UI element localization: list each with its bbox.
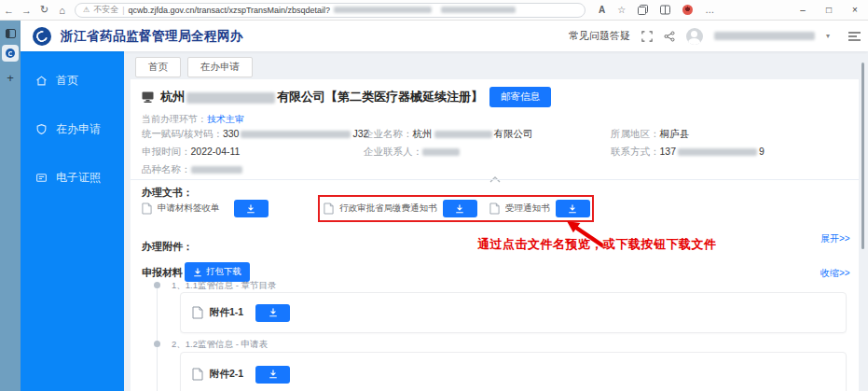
tab-home[interactable]: 首页 — [135, 57, 181, 77]
expand-link[interactable]: 展开>> — [820, 232, 850, 245]
field-region: 所属地区：桐庐县 — [611, 128, 689, 141]
field-unified-code: 统一赋码/核对码：330J32 — [142, 128, 368, 141]
download-button[interactable] — [234, 200, 269, 217]
breadcrumb-tabs: 首页 在办申请 — [135, 57, 253, 77]
sidebar-item-label: 在办申请 — [56, 121, 101, 137]
document-item-payment-notice: 行政审批省局缴费通知书 — [324, 200, 477, 217]
page-menu-icon[interactable] — [848, 32, 861, 41]
monitor-icon — [142, 91, 154, 103]
download-button[interactable] — [556, 200, 590, 217]
attachment-file-name[interactable]: 附件1-1 — [210, 306, 243, 319]
application-title: 杭州有限公司【第二类医疗器械延续注册】 — [160, 89, 483, 105]
browser-vertical-tabbar: + — [0, 21, 21, 391]
attachments-section-label: 办理附件： — [142, 240, 193, 254]
sidebar-item-licenses[interactable]: 电子证照 — [21, 163, 124, 191]
field-apply-date: 申报时间：2022-04-11 — [142, 146, 240, 159]
maximize-button[interactable]: □ — [816, 5, 842, 15]
download-icon — [568, 204, 577, 214]
scrollbar-thumb[interactable] — [861, 63, 864, 249]
material-item-title: 2、1.2监管信息 - 申请表 — [172, 339, 268, 351]
file-icon — [192, 306, 203, 319]
url-divider: | — [122, 6, 124, 15]
tab-panel-icon[interactable] — [0, 25, 21, 42]
document-item-acceptance-notice: 受理通知书 — [489, 200, 590, 217]
browser-toolbar: ← → ↻ ⌂ ⚠ 不安全 | qcwb.zjfda.gov.cn/transa… — [0, 0, 868, 21]
user-avatar[interactable] — [686, 28, 703, 45]
shield-icon — [35, 123, 48, 135]
tab-in-progress[interactable]: 在办申请 — [187, 57, 253, 77]
application-detail-card: 杭州有限公司【第二类医疗器械延续注册】 邮寄信息 当前办理环节：技术主审 统一赋… — [131, 79, 859, 391]
timeline-dot — [154, 341, 160, 347]
collapse-chevron-icon[interactable] — [489, 170, 501, 187]
download-icon — [193, 268, 202, 277]
sidebar-item-applications[interactable]: 在办申请 — [21, 115, 124, 143]
sidebar-item-home[interactable]: 首页 — [21, 66, 124, 94]
collections-icon[interactable] — [638, 5, 648, 15]
close-button[interactable]: × — [842, 5, 868, 15]
field-contact-person: 企业联系人： — [364, 146, 460, 159]
field-product-name: 品种名称： — [142, 163, 242, 176]
mail-info-button[interactable]: 邮寄信息 — [489, 87, 551, 107]
download-button[interactable] — [443, 200, 477, 217]
attachment-file-name[interactable]: 附件2-1 — [210, 368, 243, 381]
file-icon — [489, 202, 500, 215]
download-icon — [269, 308, 278, 317]
current-step-label: 当前办理环节： — [142, 114, 207, 124]
download-icon — [246, 204, 255, 214]
timeline-line — [157, 286, 158, 391]
username-redacted — [714, 32, 815, 40]
material-item-title: 1、1.1监管信息 - 章节目录 — [172, 280, 276, 292]
package-download-button[interactable]: 打包下载 — [185, 262, 250, 282]
timeline-dot — [154, 282, 160, 288]
page-url: qcwb.zjfda.gov.cn/transact/xzspTransMain… — [129, 6, 331, 15]
field-company-name: 企业名称：杭州有限公司 — [364, 128, 533, 141]
forward-icon[interactable]: → — [18, 5, 35, 16]
current-step: 当前办理环节：技术主审 — [142, 113, 244, 126]
site-title: 浙江省药品监督管理局全程网办 — [61, 28, 243, 45]
app-sidebar: 首页 在办申请 电子证照 — [21, 51, 124, 391]
content-area: 首页 在办申请 杭州有限公司【第二类医疗器械延续注册】 邮寄信息 当前办理环节：… — [124, 51, 868, 391]
faq-link[interactable]: 常见问题答疑 — [569, 29, 630, 43]
address-bar[interactable]: ⚠ 不安全 | qcwb.zjfda.gov.cn/transact/xzspT… — [75, 3, 586, 18]
download-button[interactable] — [255, 366, 290, 384]
field-contact-phone: 联系方式：1379 — [611, 146, 765, 159]
refresh-icon[interactable]: ↻ — [35, 4, 53, 16]
sidebar-item-label: 首页 — [56, 73, 78, 89]
site-header: 浙江省药品监督管理局全程网办 常见问题答疑 ▾ — [21, 21, 868, 51]
browser-profile-icon[interactable] — [682, 5, 693, 15]
sidebar-item-label: 电子证照 — [56, 170, 101, 186]
current-step-value[interactable]: 技术主审 — [207, 114, 244, 124]
document-name[interactable]: 申请材料签收单 — [158, 202, 220, 215]
read-aloud-icon[interactable]: A — [599, 5, 605, 15]
url-redacted — [334, 7, 432, 13]
back-icon[interactable]: ← — [0, 5, 18, 16]
favorites-icon[interactable]: ☆ — [617, 5, 626, 15]
more-menu-icon[interactable]: … — [705, 5, 714, 15]
home-icon — [35, 75, 48, 87]
download-button[interactable] — [255, 304, 290, 322]
file-icon — [192, 368, 203, 381]
fullscreen-icon[interactable] — [641, 31, 653, 42]
attachment-card: 附件2-1 — [180, 352, 847, 391]
collapse-link[interactable]: 收缩>> — [820, 267, 850, 280]
document-name[interactable]: 行政审批省局缴费通知书 — [339, 202, 437, 215]
download-icon — [269, 370, 278, 379]
user-caret-down-icon[interactable]: ▾ — [826, 32, 830, 40]
annotation-text: 通过点击文件名预览，或下载按钮下载文件 — [477, 236, 717, 253]
document-item-receipt: 申请材料签收单 — [142, 200, 269, 217]
active-tab-favicon[interactable] — [2, 45, 19, 62]
company-name-redacted — [186, 92, 275, 104]
url-redacted-2 — [441, 7, 516, 13]
new-tab-icon[interactable]: + — [0, 71, 21, 85]
share-icon[interactable] — [664, 31, 675, 42]
security-label: 不安全 — [93, 4, 118, 16]
split-screen-icon[interactable] — [660, 5, 670, 15]
minimize-button[interactable]: – — [790, 5, 816, 15]
download-icon — [455, 204, 464, 214]
document-name[interactable]: 受理通知书 — [505, 202, 550, 215]
home-icon[interactable]: ⌂ — [53, 5, 71, 16]
section-divider — [131, 179, 859, 180]
file-icon — [142, 202, 152, 215]
documents-section-label: 办理文书： — [142, 186, 193, 200]
attachment-card: 附件1-1 — [180, 292, 847, 333]
